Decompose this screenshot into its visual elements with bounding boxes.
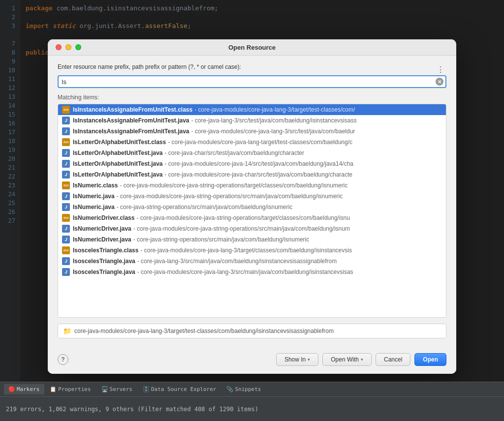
show-in-chevron: ▾ [308, 357, 310, 362]
result-path: - core-java-modules/core-java-string-ope… [133, 225, 350, 232]
result-filename: IsNumericDriver.class [73, 214, 134, 221]
list-item[interactable]: JIsNumericDriver.java - core-java-string… [58, 234, 446, 245]
tab-label: Servers [110, 386, 132, 392]
tab-label: Snippets [235, 386, 261, 392]
list-item[interactable]: 010IsLetterOrAlphabetUnitTest.class - co… [58, 137, 446, 148]
class-icon: 010 [62, 246, 70, 254]
result-path: - core-java-char/src/test/java/com/baeld… [164, 150, 304, 156]
result-path: - core-java-string-operations/src/main/j… [133, 236, 309, 243]
status-bar: 219 errors, 1,062 warnings, 9 others (Fi… [0, 397, 504, 421]
list-item[interactable]: JIsNumeric.java - core-java-string-opera… [58, 202, 446, 212]
result-filename: IsNumericDriver.java [73, 236, 131, 243]
result-path: - core-java-modules/core-java-lang-3/tar… [140, 247, 352, 254]
tab-markers[interactable]: 🔴Markers [4, 384, 44, 394]
tab-servers[interactable]: 🖥️Servers [97, 384, 137, 394]
clear-input-button[interactable]: ✕ [436, 78, 443, 86]
java-icon: J [62, 225, 70, 233]
result-path: - core-java-lang-3/src/test/java/com/bae… [191, 117, 357, 124]
minimize-button[interactable] [65, 44, 71, 50]
class-icon: 010 [62, 106, 70, 114]
list-item[interactable]: JIsNumeric.java - core-java-modules/core… [58, 191, 446, 202]
list-item[interactable]: 010IsNumericDriver.class - core-java-mod… [58, 212, 446, 223]
result-path: - core-java-string-operations/src/main/j… [117, 204, 292, 210]
result-filename: IsNumeric.java [73, 204, 115, 210]
tab-data-source-explorer[interactable]: 🗄️Data Source Explorer [138, 384, 221, 394]
list-item[interactable]: JIsInstanceIsAssignableFromUnitTest.java… [58, 115, 446, 126]
open-with-label: Open With [331, 356, 359, 363]
tab-label: Properties [58, 386, 91, 392]
result-filename: IsInstanceIsAssignableFromUnitTest.java [73, 128, 189, 135]
markers-icon: 🔴 [9, 387, 15, 392]
tab-properties[interactable]: 📋Properties [45, 384, 95, 394]
bottom-bar: 🔴Markers📋Properties🖥️Servers🗄️Data Sourc… [0, 382, 504, 421]
datasource-icon: 🗄️ [143, 387, 149, 392]
list-item[interactable]: JIsoscelesTriangle.java - core-java-lang… [58, 256, 446, 267]
result-path: - core-java-modules/core-java-char/src/t… [164, 171, 352, 178]
dialog-label: Enter resource name prefix, path prefix … [58, 63, 241, 70]
result-path: - core-java-lang-3/src/main/java/com/bae… [137, 258, 337, 265]
servers-icon: 🖥️ [102, 387, 108, 392]
tab-bar: 🔴Markers📋Properties🖥️Servers🗄️Data Sourc… [0, 382, 504, 397]
result-path: - core-java-modules/core-java-string-ope… [120, 182, 347, 189]
result-filename: IsoscelesTriangle.java [73, 258, 135, 265]
class-icon: 010 [62, 138, 70, 146]
show-in-label: Show In [284, 356, 306, 363]
class-icon: 010 [62, 181, 70, 189]
result-path: - core-java-modules/core-java-14/src/tes… [164, 160, 353, 167]
result-filename: IsLetterOrAlphabetUnitTest.class [73, 139, 166, 146]
dialog: Open Resource Enter resource name prefix… [48, 39, 456, 374]
java-icon: J [62, 203, 70, 211]
result-path: - core-java-modules/core-java-string-ope… [117, 193, 343, 200]
list-item[interactable]: JIsoscelesTriangle.java - core-java-modu… [58, 267, 446, 277]
result-path: - core-java-modules/core-java-lang-3/tar… [194, 106, 355, 113]
selected-path-text: core-java-modules/core-java-lang-3/targe… [74, 328, 334, 334]
input-row: ✕ [58, 75, 446, 88]
dialog-body: Enter resource name prefix, path prefix … [48, 56, 456, 353]
result-filename: IsLetterOrAlphabetUnitTest.java [73, 171, 162, 178]
java-icon: J [62, 127, 70, 135]
resource-search-input[interactable] [58, 75, 446, 88]
tab-snippets[interactable]: 📎Snippets [222, 384, 266, 394]
list-item[interactable]: JIsLetterOrAlphabetUnitTest.java - core-… [58, 158, 446, 169]
open-with-chevron: ▾ [361, 357, 363, 362]
result-path: - core-java-modules/core-java-lang-3/src… [191, 128, 355, 135]
java-icon: J [62, 257, 70, 265]
dialog-title: Open Resource [228, 44, 276, 51]
selected-path-bar: 📁 core-java-modules/core-java-lang-3/tar… [58, 324, 446, 338]
result-path: - core-java-modules/core-java-lang-3/src… [137, 269, 353, 275]
tab-label: Data Source Explorer [151, 386, 216, 392]
list-item[interactable]: JIsLetterOrAlphabetUnitTest.java - core-… [58, 169, 446, 180]
list-item[interactable]: JIsLetterOrAlphabetUnitTest.java - core-… [58, 148, 446, 158]
tab-label: Markers [17, 386, 39, 392]
open-button[interactable]: Open [414, 353, 446, 366]
java-icon: J [62, 268, 70, 276]
options-button[interactable]: ⋮ [435, 63, 446, 75]
result-filename: IsInstanceIsAssignableFromUnitTest.java [73, 117, 189, 124]
java-icon: J [62, 149, 70, 157]
results-list[interactable]: 010IsInstanceIsAssignableFromUnitTest.cl… [58, 104, 446, 318]
cancel-button[interactable]: Cancel [376, 353, 410, 366]
result-filename: IsoscelesTriangle.class [73, 247, 138, 254]
open-with-button[interactable]: Open With ▾ [322, 353, 372, 366]
java-icon: J [62, 192, 70, 200]
dialog-footer: ? Show In ▾ Open With ▾ Cancel Open [48, 353, 456, 374]
maximize-button[interactable] [75, 44, 81, 50]
result-path: - core-java-modules/core-java-lang-targe… [168, 139, 352, 146]
dialog-overlay: Open Resource Enter resource name prefix… [0, 0, 504, 421]
show-in-button[interactable]: Show In ▾ [276, 353, 318, 366]
list-item[interactable]: 010IsNumeric.class - core-java-modules/c… [58, 180, 446, 191]
class-icon: 010 [62, 214, 70, 222]
list-item[interactable]: 010IsInstanceIsAssignableFromUnitTest.cl… [58, 104, 446, 115]
snippets-icon: 📎 [227, 387, 233, 392]
help-button[interactable]: ? [58, 354, 68, 365]
list-item[interactable]: 010IsoscelesTriangle.class - core-java-m… [58, 245, 446, 256]
list-item[interactable]: JIsInstanceIsAssignableFromUnitTest.java… [58, 126, 446, 137]
properties-icon: 📋 [50, 387, 56, 392]
list-item[interactable]: JIsNumericDriver.java - core-java-module… [58, 223, 446, 234]
java-icon: J [62, 117, 70, 124]
java-icon: J [62, 160, 70, 168]
result-filename: IsInstanceIsAssignableFromUnitTest.class [73, 106, 192, 113]
result-filename: IsNumeric.java [73, 193, 115, 200]
close-button[interactable] [56, 44, 62, 50]
status-text: 219 errors, 1,062 warnings, 9 others (Fi… [6, 406, 258, 413]
